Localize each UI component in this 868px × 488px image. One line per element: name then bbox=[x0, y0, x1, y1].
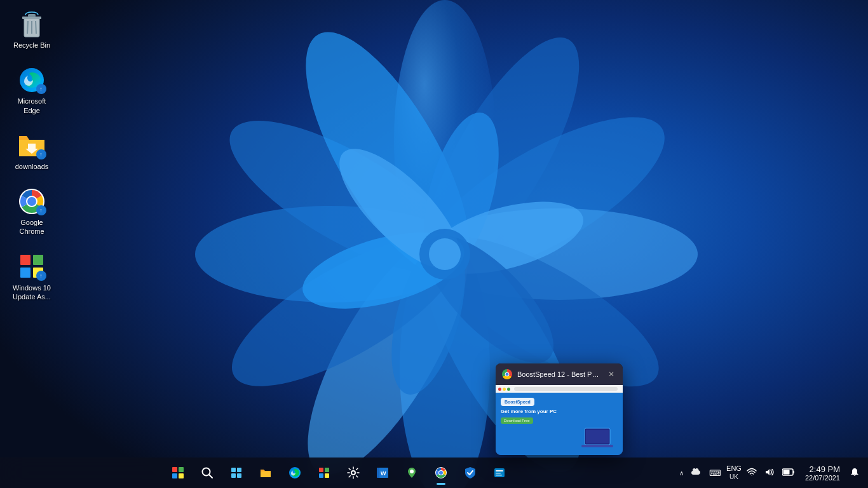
explorer-button[interactable] bbox=[252, 459, 280, 487]
taskbar-items: W bbox=[0, 459, 677, 487]
taskbar: W bbox=[0, 458, 868, 488]
svg-point-49 bbox=[351, 471, 355, 475]
thumb-content: BoostSpeed Get more from your PC Downloa… bbox=[496, 393, 623, 455]
clock-display[interactable]: 2:49 PM 22/07/2021 bbox=[800, 464, 845, 482]
settings-button[interactable] bbox=[339, 459, 367, 487]
recycle-bin-label: Recycle Bin bbox=[13, 41, 50, 50]
desktop-icons: Recycle Bin bbox=[6, 6, 57, 304]
svg-rect-43 bbox=[237, 473, 241, 478]
preview-header: BoostSpeed 12 - Best PC Opti... ✕ bbox=[496, 363, 623, 385]
preview-close-button[interactable]: ✕ bbox=[607, 369, 616, 380]
svg-rect-48 bbox=[325, 473, 329, 478]
wifi-tray-icon[interactable] bbox=[744, 466, 759, 480]
desktop: Recycle Bin bbox=[0, 0, 868, 488]
svg-rect-36 bbox=[586, 430, 609, 444]
volume-tray-icon[interactable] bbox=[762, 466, 777, 480]
preview-thumbnail[interactable]: BoostSpeed Get more from your PC Downloa… bbox=[496, 385, 623, 455]
downloads-icon[interactable]: ↑ downloads bbox=[6, 128, 57, 174]
thumb-navbar bbox=[496, 385, 623, 393]
keyboard-tray-icon[interactable]: ⌨ bbox=[707, 467, 724, 479]
maps-button[interactable] bbox=[398, 459, 426, 487]
chrome-preview-popup: BoostSpeed 12 - Best PC Opti... ✕ BoostS… bbox=[496, 363, 623, 455]
thumb-button: Download Free bbox=[501, 417, 533, 424]
svg-line-26 bbox=[36, 21, 36, 34]
svg-rect-42 bbox=[231, 473, 236, 478]
news-button[interactable] bbox=[485, 459, 513, 487]
svg-rect-41 bbox=[237, 468, 241, 472]
svg-line-24 bbox=[27, 21, 28, 34]
store-button[interactable] bbox=[310, 459, 338, 487]
time-display: 2:49 PM bbox=[805, 464, 840, 474]
svg-rect-45 bbox=[319, 468, 323, 472]
recycle-bin-icon[interactable]: Recycle Bin bbox=[6, 6, 57, 53]
svg-rect-59 bbox=[496, 473, 501, 474]
svg-rect-46 bbox=[325, 468, 329, 472]
tray-expand-button[interactable]: ∧ bbox=[677, 467, 686, 479]
notification-button[interactable] bbox=[848, 466, 862, 480]
svg-rect-58 bbox=[496, 470, 503, 471]
svg-rect-63 bbox=[783, 470, 789, 474]
edge-icon[interactable]: ↑ Microsoft Edge bbox=[6, 62, 57, 118]
svg-rect-23 bbox=[28, 14, 36, 17]
google-chrome-icon[interactable]: ↑ Google Chrome bbox=[6, 184, 57, 240]
taskbar-chrome-button[interactable] bbox=[427, 459, 455, 487]
search-button[interactable] bbox=[193, 459, 221, 487]
svg-point-53 bbox=[410, 470, 414, 473]
battery-tray-icon[interactable] bbox=[780, 467, 797, 479]
taskbar-edge-button[interactable] bbox=[281, 459, 309, 487]
word-button[interactable]: W bbox=[369, 459, 397, 487]
widgets-button[interactable] bbox=[222, 459, 250, 487]
defender-button[interactable] bbox=[456, 459, 484, 487]
system-tray: ∧ ⌨ ENG UK bbox=[677, 464, 868, 482]
thumb-headline: Get more from your PC bbox=[501, 409, 557, 415]
start-button[interactable] bbox=[164, 459, 192, 487]
edge-label: Microsoft Edge bbox=[10, 97, 54, 115]
svg-rect-37 bbox=[581, 445, 613, 447]
svg-rect-33 bbox=[20, 268, 31, 278]
onedrive-tray-icon[interactable] bbox=[689, 467, 704, 479]
chrome-label: Google Chrome bbox=[10, 218, 54, 236]
svg-line-39 bbox=[209, 475, 212, 478]
svg-rect-60 bbox=[496, 475, 502, 476]
svg-text:W: W bbox=[381, 470, 386, 477]
wallpaper bbox=[0, 0, 868, 488]
svg-rect-47 bbox=[319, 473, 323, 478]
date-display: 22/07/2021 bbox=[805, 474, 840, 482]
svg-point-30 bbox=[27, 197, 36, 206]
svg-rect-32 bbox=[33, 255, 43, 265]
windows-update-icon[interactable]: ↑ Windows 10 Update As... bbox=[6, 249, 57, 305]
preview-title: BoostSpeed 12 - Best PC Opti... bbox=[517, 370, 602, 378]
windows-update-label: Windows 10 Update As... bbox=[10, 283, 54, 302]
svg-rect-40 bbox=[231, 468, 236, 472]
svg-rect-62 bbox=[793, 471, 794, 473]
language-indicator[interactable]: ENG UK bbox=[726, 464, 742, 480]
thumb-logo: BoostSpeed bbox=[501, 398, 534, 406]
downloads-label: downloads bbox=[15, 162, 49, 171]
preview-chrome-icon bbox=[502, 369, 512, 379]
svg-point-20 bbox=[429, 238, 461, 270]
svg-point-56 bbox=[439, 471, 443, 475]
svg-rect-31 bbox=[20, 255, 31, 265]
